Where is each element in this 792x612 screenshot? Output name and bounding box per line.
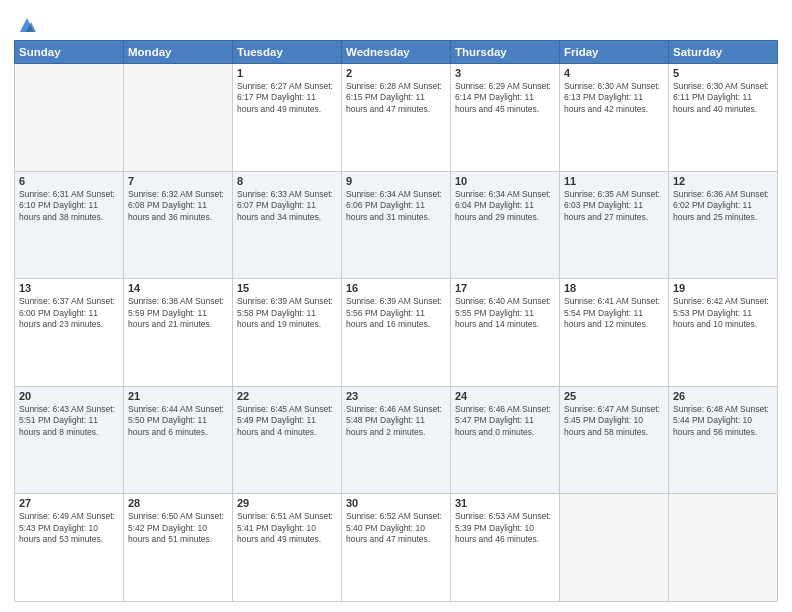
calendar-cell: 25Sunrise: 6:47 AM Sunset: 5:45 PM Dayli… [560,386,669,494]
calendar-cell: 23Sunrise: 6:46 AM Sunset: 5:48 PM Dayli… [342,386,451,494]
calendar-week-row: 20Sunrise: 6:43 AM Sunset: 5:51 PM Dayli… [15,386,778,494]
day-number: 9 [346,175,446,187]
calendar-cell: 9Sunrise: 6:34 AM Sunset: 6:06 PM Daylig… [342,171,451,279]
logo [14,14,38,36]
calendar-cell [669,494,778,602]
day-number: 20 [19,390,119,402]
logo-icon [16,14,38,36]
weekday-header: Wednesday [342,41,451,64]
day-number: 12 [673,175,773,187]
day-info: Sunrise: 6:46 AM Sunset: 5:47 PM Dayligh… [455,404,555,438]
day-number: 18 [564,282,664,294]
calendar-cell: 30Sunrise: 6:52 AM Sunset: 5:40 PM Dayli… [342,494,451,602]
day-number: 10 [455,175,555,187]
weekday-header: Tuesday [233,41,342,64]
weekday-header: Saturday [669,41,778,64]
day-info: Sunrise: 6:48 AM Sunset: 5:44 PM Dayligh… [673,404,773,438]
calendar-week-row: 27Sunrise: 6:49 AM Sunset: 5:43 PM Dayli… [15,494,778,602]
day-info: Sunrise: 6:29 AM Sunset: 6:14 PM Dayligh… [455,81,555,115]
calendar-cell: 31Sunrise: 6:53 AM Sunset: 5:39 PM Dayli… [451,494,560,602]
day-info: Sunrise: 6:40 AM Sunset: 5:55 PM Dayligh… [455,296,555,330]
calendar-cell [560,494,669,602]
calendar-cell: 27Sunrise: 6:49 AM Sunset: 5:43 PM Dayli… [15,494,124,602]
calendar-cell: 10Sunrise: 6:34 AM Sunset: 6:04 PM Dayli… [451,171,560,279]
day-number: 6 [19,175,119,187]
calendar-cell: 17Sunrise: 6:40 AM Sunset: 5:55 PM Dayli… [451,279,560,387]
day-number: 19 [673,282,773,294]
day-number: 21 [128,390,228,402]
day-number: 30 [346,497,446,509]
day-number: 11 [564,175,664,187]
header [14,10,778,36]
calendar-cell [15,64,124,172]
weekday-header: Friday [560,41,669,64]
day-info: Sunrise: 6:52 AM Sunset: 5:40 PM Dayligh… [346,511,446,545]
day-number: 14 [128,282,228,294]
weekday-header: Monday [124,41,233,64]
day-info: Sunrise: 6:32 AM Sunset: 6:08 PM Dayligh… [128,189,228,223]
day-info: Sunrise: 6:53 AM Sunset: 5:39 PM Dayligh… [455,511,555,545]
calendar-cell: 20Sunrise: 6:43 AM Sunset: 5:51 PM Dayli… [15,386,124,494]
calendar-week-row: 1Sunrise: 6:27 AM Sunset: 6:17 PM Daylig… [15,64,778,172]
day-info: Sunrise: 6:49 AM Sunset: 5:43 PM Dayligh… [19,511,119,545]
day-number: 4 [564,67,664,79]
calendar-cell: 8Sunrise: 6:33 AM Sunset: 6:07 PM Daylig… [233,171,342,279]
calendar-cell: 28Sunrise: 6:50 AM Sunset: 5:42 PM Dayli… [124,494,233,602]
calendar-week-row: 13Sunrise: 6:37 AM Sunset: 6:00 PM Dayli… [15,279,778,387]
day-number: 7 [128,175,228,187]
calendar-cell: 7Sunrise: 6:32 AM Sunset: 6:08 PM Daylig… [124,171,233,279]
calendar-cell: 24Sunrise: 6:46 AM Sunset: 5:47 PM Dayli… [451,386,560,494]
day-info: Sunrise: 6:34 AM Sunset: 6:04 PM Dayligh… [455,189,555,223]
calendar-cell: 19Sunrise: 6:42 AM Sunset: 5:53 PM Dayli… [669,279,778,387]
day-number: 29 [237,497,337,509]
day-number: 28 [128,497,228,509]
day-info: Sunrise: 6:38 AM Sunset: 5:59 PM Dayligh… [128,296,228,330]
calendar-cell: 2Sunrise: 6:28 AM Sunset: 6:15 PM Daylig… [342,64,451,172]
calendar-cell: 18Sunrise: 6:41 AM Sunset: 5:54 PM Dayli… [560,279,669,387]
weekday-header: Thursday [451,41,560,64]
calendar-cell: 21Sunrise: 6:44 AM Sunset: 5:50 PM Dayli… [124,386,233,494]
day-info: Sunrise: 6:42 AM Sunset: 5:53 PM Dayligh… [673,296,773,330]
day-info: Sunrise: 6:35 AM Sunset: 6:03 PM Dayligh… [564,189,664,223]
day-number: 24 [455,390,555,402]
day-number: 15 [237,282,337,294]
day-info: Sunrise: 6:51 AM Sunset: 5:41 PM Dayligh… [237,511,337,545]
day-info: Sunrise: 6:33 AM Sunset: 6:07 PM Dayligh… [237,189,337,223]
day-info: Sunrise: 6:30 AM Sunset: 6:11 PM Dayligh… [673,81,773,115]
day-number: 5 [673,67,773,79]
day-number: 22 [237,390,337,402]
calendar-cell: 13Sunrise: 6:37 AM Sunset: 6:00 PM Dayli… [15,279,124,387]
calendar-cell: 22Sunrise: 6:45 AM Sunset: 5:49 PM Dayli… [233,386,342,494]
calendar-cell: 29Sunrise: 6:51 AM Sunset: 5:41 PM Dayli… [233,494,342,602]
day-info: Sunrise: 6:50 AM Sunset: 5:42 PM Dayligh… [128,511,228,545]
day-info: Sunrise: 6:31 AM Sunset: 6:10 PM Dayligh… [19,189,119,223]
day-info: Sunrise: 6:28 AM Sunset: 6:15 PM Dayligh… [346,81,446,115]
calendar-week-row: 6Sunrise: 6:31 AM Sunset: 6:10 PM Daylig… [15,171,778,279]
day-number: 1 [237,67,337,79]
day-info: Sunrise: 6:44 AM Sunset: 5:50 PM Dayligh… [128,404,228,438]
day-number: 3 [455,67,555,79]
day-number: 27 [19,497,119,509]
calendar-cell [124,64,233,172]
day-number: 26 [673,390,773,402]
day-info: Sunrise: 6:43 AM Sunset: 5:51 PM Dayligh… [19,404,119,438]
day-info: Sunrise: 6:39 AM Sunset: 5:58 PM Dayligh… [237,296,337,330]
day-info: Sunrise: 6:46 AM Sunset: 5:48 PM Dayligh… [346,404,446,438]
calendar-cell: 15Sunrise: 6:39 AM Sunset: 5:58 PM Dayli… [233,279,342,387]
calendar: SundayMondayTuesdayWednesdayThursdayFrid… [14,40,778,602]
day-info: Sunrise: 6:30 AM Sunset: 6:13 PM Dayligh… [564,81,664,115]
day-number: 2 [346,67,446,79]
day-info: Sunrise: 6:47 AM Sunset: 5:45 PM Dayligh… [564,404,664,438]
day-number: 13 [19,282,119,294]
day-number: 8 [237,175,337,187]
calendar-cell: 3Sunrise: 6:29 AM Sunset: 6:14 PM Daylig… [451,64,560,172]
day-info: Sunrise: 6:41 AM Sunset: 5:54 PM Dayligh… [564,296,664,330]
calendar-cell: 4Sunrise: 6:30 AM Sunset: 6:13 PM Daylig… [560,64,669,172]
day-info: Sunrise: 6:27 AM Sunset: 6:17 PM Dayligh… [237,81,337,115]
calendar-cell: 1Sunrise: 6:27 AM Sunset: 6:17 PM Daylig… [233,64,342,172]
calendar-cell: 12Sunrise: 6:36 AM Sunset: 6:02 PM Dayli… [669,171,778,279]
calendar-cell: 26Sunrise: 6:48 AM Sunset: 5:44 PM Dayli… [669,386,778,494]
weekday-header-row: SundayMondayTuesdayWednesdayThursdayFrid… [15,41,778,64]
day-info: Sunrise: 6:45 AM Sunset: 5:49 PM Dayligh… [237,404,337,438]
day-number: 17 [455,282,555,294]
